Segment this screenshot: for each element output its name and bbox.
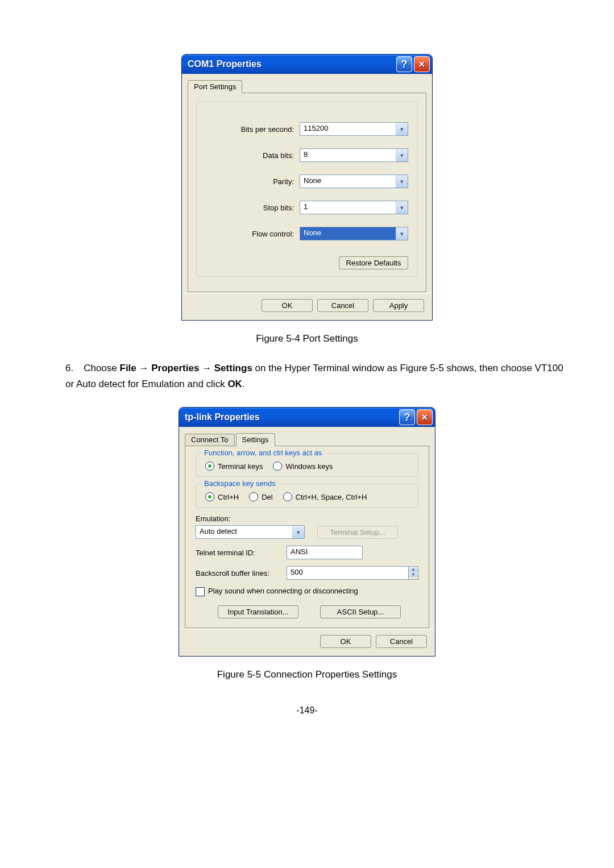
radio-icon	[205, 492, 214, 501]
group-backspace: Backspace key sends Ctrl+H Del Ctrl+H, S…	[196, 484, 418, 508]
tab-port-settings[interactable]: Port Settings	[188, 80, 242, 93]
dialog-title: COM1 Properties	[188, 59, 395, 69]
checkbox-icon	[196, 587, 205, 596]
radio-icon	[249, 492, 258, 501]
spinner-buttons: ▲▼	[409, 566, 418, 580]
label-stopbits: Stop bits:	[206, 203, 300, 212]
radio-group-backspace: Ctrl+H Del Ctrl+H, Space, Ctrl+H	[205, 492, 409, 501]
field-telnet-id[interactable]: ANSI	[287, 546, 363, 559]
spinner-backscroll[interactable]: 500 ▲▼	[287, 566, 418, 580]
radio-terminal-keys[interactable]: Terminal keys	[205, 462, 263, 471]
instruction-step-6: 6.Choose File → Properties → Settings on…	[65, 360, 571, 392]
ok-button[interactable]: OK	[320, 635, 371, 648]
row-bps: Bits per second: 115200 ▾	[206, 122, 408, 136]
label-parity: Parity:	[206, 177, 300, 186]
step-number: 6.	[65, 363, 73, 373]
combo-parity[interactable]: None ▾	[300, 175, 408, 188]
row-telnet-id: Telnet terminal ID: ANSI	[196, 546, 418, 559]
row-parity: Parity: None ▾	[206, 175, 408, 188]
checkbox-playsound[interactable]: Play sound when connecting or disconnect…	[196, 587, 418, 596]
combo-databits[interactable]: 8 ▾	[300, 148, 408, 162]
page-number: -149-	[43, 705, 571, 716]
apply-button[interactable]: Apply	[373, 299, 424, 312]
value-stopbits: 1	[300, 201, 396, 214]
chevron-down-icon: ▾	[396, 123, 408, 135]
chevron-down-icon: ▾	[396, 227, 408, 240]
close-button[interactable]: ×	[414, 56, 430, 72]
figure-caption-1: Figure 5-4 Port Settings	[43, 333, 571, 344]
combo-emulation[interactable]: Auto detect ▾	[196, 525, 305, 539]
titlebar: tp-link Properties ? ×	[179, 408, 435, 427]
row-flowcontrol: Flow control: None ▾	[206, 227, 408, 240]
radio-group-keys: Terminal keys Windows keys	[205, 462, 409, 471]
label-bps: Bits per second:	[206, 125, 300, 134]
terminal-setup-button: Terminal Setup...	[317, 526, 398, 539]
tabpanel-settings: Function, arrow, and ctrl keys act as Te…	[185, 446, 429, 628]
ok-button[interactable]: OK	[262, 299, 313, 312]
radio-icon	[205, 462, 214, 471]
combo-flowcontrol[interactable]: None ▾	[300, 227, 408, 240]
radio-icon	[273, 462, 282, 471]
close-button[interactable]: ×	[417, 409, 433, 425]
tabstrip: Port Settings	[182, 74, 432, 93]
port-settings-group: Bits per second: 115200 ▾ Data bits: 8 ▾…	[196, 101, 418, 277]
dialog-title: tp-link Properties	[185, 412, 397, 422]
tabstrip: Connect To Settings	[179, 427, 435, 446]
figure-caption-2: Figure 5-5 Connection Properties Setting…	[43, 669, 571, 680]
help-button[interactable]: ?	[399, 409, 415, 425]
chevron-up-icon[interactable]: ▲	[409, 567, 418, 572]
radio-windows-keys[interactable]: Windows keys	[273, 462, 333, 471]
group-legend: Function, arrow, and ctrl keys act as	[202, 448, 324, 457]
chevron-down-icon: ▾	[396, 175, 408, 188]
chevron-down-icon: ▾	[292, 526, 304, 538]
chevron-down-icon[interactable]: ▼	[409, 572, 418, 577]
restore-defaults-button[interactable]: Restore Defaults	[339, 256, 408, 269]
combo-stopbits[interactable]: 1 ▾	[300, 201, 408, 214]
row-backscroll: Backscroll buffer lines: 500 ▲▼	[196, 566, 418, 580]
document-page: COM1 Properties ? × Port Settings Bits p…	[0, 0, 614, 868]
group-function-keys: Function, arrow, and ctrl keys act as Te…	[196, 453, 418, 477]
chevron-down-icon: ▾	[396, 201, 408, 214]
com1-properties-dialog: COM1 Properties ? × Port Settings Bits p…	[181, 54, 433, 321]
label-flowcontrol: Flow control:	[206, 230, 300, 238]
restore-bar: Restore Defaults	[206, 253, 408, 271]
value-flowcontrol: None	[300, 227, 396, 240]
combo-bps[interactable]: 115200 ▾	[300, 122, 408, 136]
radio-del[interactable]: Del	[249, 492, 273, 501]
radio-ctrl-h[interactable]: Ctrl+H	[205, 492, 239, 501]
chevron-down-icon: ▾	[396, 149, 408, 161]
radio-icon	[283, 492, 292, 501]
value-bps: 115200	[300, 123, 396, 135]
radio-ctrl-h-space[interactable]: Ctrl+H, Space, Ctrl+H	[283, 492, 367, 501]
label-emulation: Emulation:	[196, 514, 418, 523]
cancel-button[interactable]: Cancel	[317, 299, 368, 312]
titlebar: COM1 Properties ? ×	[182, 55, 432, 74]
tab-settings[interactable]: Settings	[236, 433, 275, 446]
dialog1-button-bar: OK Cancel Apply	[182, 293, 432, 320]
value-parity: None	[300, 175, 396, 188]
label-backscroll: Backscroll buffer lines:	[196, 569, 281, 578]
row-emulation: Auto detect ▾ Terminal Setup...	[196, 525, 418, 539]
group-legend: Backspace key sends	[202, 479, 278, 488]
ascii-setup-button[interactable]: ASCII Setup...	[320, 605, 401, 618]
value-emulation: Auto detect	[196, 526, 292, 538]
row-stopbits: Stop bits: 1 ▾	[206, 201, 408, 214]
help-button[interactable]: ?	[396, 56, 412, 72]
label-databits: Data bits:	[206, 151, 300, 160]
dialog2-button-bar: OK Cancel	[179, 629, 435, 656]
input-translation-button[interactable]: Input Translation...	[218, 605, 298, 618]
row-databits: Data bits: 8 ▾	[206, 148, 408, 162]
tabpanel-port-settings: Bits per second: 115200 ▾ Data bits: 8 ▾…	[188, 93, 426, 292]
tplink-properties-dialog: tp-link Properties ? × Connect To Settin…	[179, 407, 435, 657]
tab-connect-to[interactable]: Connect To	[185, 434, 235, 446]
row-extra-buttons: Input Translation... ASCII Setup...	[196, 605, 418, 618]
value-backscroll: 500	[287, 566, 409, 580]
label-telnet-id: Telnet terminal ID:	[196, 549, 281, 557]
value-databits: 8	[300, 149, 396, 161]
cancel-button[interactable]: Cancel	[376, 635, 427, 648]
